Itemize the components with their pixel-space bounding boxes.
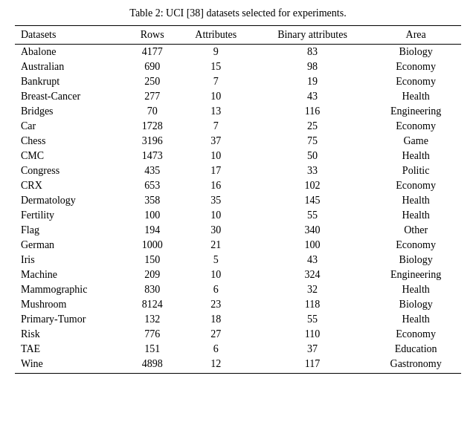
table-row: TAE151637Education — [15, 342, 461, 357]
cell-r9-c2: 16 — [178, 178, 254, 193]
cell-r5-c1: 1728 — [127, 119, 178, 134]
cell-r20-c4: Education — [370, 342, 461, 357]
cell-r6-c4: Game — [370, 134, 461, 149]
cell-r16-c0: Mammographic — [15, 282, 127, 297]
cell-r16-c3: 32 — [254, 282, 371, 297]
cell-r7-c0: CMC — [15, 149, 127, 163]
cell-r5-c3: 25 — [254, 119, 371, 134]
cell-r16-c4: Health — [370, 282, 461, 297]
cell-r6-c0: Chess — [15, 134, 127, 149]
data-table: DatasetsRowsAttributesBinary attributesA… — [15, 25, 461, 373]
cell-r2-c2: 7 — [178, 74, 254, 89]
cell-r14-c1: 150 — [127, 253, 178, 267]
cell-r13-c2: 21 — [178, 238, 254, 253]
cell-r8-c2: 17 — [178, 163, 254, 178]
cell-r21-c1: 4898 — [127, 357, 178, 373]
cell-r9-c0: CRX — [15, 178, 127, 193]
cell-r19-c2: 27 — [178, 327, 254, 342]
cell-r15-c4: Engineering — [370, 267, 461, 282]
cell-r15-c0: Machine — [15, 267, 127, 282]
table-row: Bridges7013116Engineering — [15, 104, 461, 119]
cell-r7-c4: Health — [370, 149, 461, 163]
cell-r14-c0: Iris — [15, 253, 127, 267]
table-row: Mushroom812423118Biology — [15, 297, 461, 312]
cell-r13-c3: 100 — [254, 238, 371, 253]
table-row: Flag19430340Other — [15, 223, 461, 238]
table-row: Dermatology35835145Health — [15, 193, 461, 208]
cell-r10-c3: 145 — [254, 193, 371, 208]
cell-r20-c0: TAE — [15, 342, 127, 357]
cell-r21-c3: 117 — [254, 357, 371, 373]
cell-r8-c0: Congress — [15, 163, 127, 178]
cell-r20-c2: 6 — [178, 342, 254, 357]
cell-r7-c2: 10 — [178, 149, 254, 163]
col-header-area: Area — [370, 26, 461, 45]
cell-r4-c4: Engineering — [370, 104, 461, 119]
table-row: Abalone4177983Biology — [15, 45, 461, 60]
cell-r19-c1: 776 — [127, 327, 178, 342]
cell-r7-c3: 50 — [254, 149, 371, 163]
cell-r4-c3: 116 — [254, 104, 371, 119]
cell-r4-c0: Bridges — [15, 104, 127, 119]
cell-r13-c1: 1000 — [127, 238, 178, 253]
cell-r3-c2: 10 — [178, 89, 254, 104]
cell-r0-c0: Abalone — [15, 45, 127, 60]
table-row: Breast-Cancer2771043Health — [15, 89, 461, 104]
cell-r10-c1: 358 — [127, 193, 178, 208]
cell-r3-c3: 43 — [254, 89, 371, 104]
cell-r0-c3: 83 — [254, 45, 371, 60]
cell-r18-c3: 55 — [254, 312, 371, 327]
cell-r11-c0: Fertility — [15, 208, 127, 223]
cell-r18-c4: Health — [370, 312, 461, 327]
cell-r16-c1: 830 — [127, 282, 178, 297]
cell-r12-c0: Flag — [15, 223, 127, 238]
cell-r9-c3: 102 — [254, 178, 371, 193]
cell-r12-c1: 194 — [127, 223, 178, 238]
cell-r5-c2: 7 — [178, 119, 254, 134]
cell-r10-c2: 35 — [178, 193, 254, 208]
cell-r19-c0: Risk — [15, 327, 127, 342]
cell-r10-c4: Health — [370, 193, 461, 208]
cell-r1-c3: 98 — [254, 59, 371, 74]
cell-r14-c4: Biology — [370, 253, 461, 267]
table-row: CRX65316102Economy — [15, 178, 461, 193]
cell-r11-c3: 55 — [254, 208, 371, 223]
cell-r18-c1: 132 — [127, 312, 178, 327]
cell-r21-c0: Wine — [15, 357, 127, 373]
cell-r20-c1: 151 — [127, 342, 178, 357]
table-row: Bankrupt250719Economy — [15, 74, 461, 89]
cell-r2-c4: Economy — [370, 74, 461, 89]
cell-r1-c2: 15 — [178, 59, 254, 74]
cell-r0-c1: 4177 — [127, 45, 178, 60]
table-row: Mammographic830632Health — [15, 282, 461, 297]
cell-r6-c3: 75 — [254, 134, 371, 149]
cell-r18-c0: Primary-Tumor — [15, 312, 127, 327]
cell-r2-c3: 19 — [254, 74, 371, 89]
cell-r6-c1: 3196 — [127, 134, 178, 149]
table-row: Wine489812117Gastronomy — [15, 357, 461, 373]
table-row: Congress4351733Politic — [15, 163, 461, 178]
cell-r17-c0: Mushroom — [15, 297, 127, 312]
cell-r19-c3: 110 — [254, 327, 371, 342]
cell-r20-c3: 37 — [254, 342, 371, 357]
cell-r21-c4: Gastronomy — [370, 357, 461, 373]
cell-r6-c2: 37 — [178, 134, 254, 149]
table-row: Risk77627110Economy — [15, 327, 461, 342]
table-row: Fertility1001055Health — [15, 208, 461, 223]
table-row: Australian6901598Economy — [15, 59, 461, 74]
table-row: Iris150543Biology — [15, 253, 461, 267]
cell-r19-c4: Economy — [370, 327, 461, 342]
cell-r21-c2: 12 — [178, 357, 254, 373]
cell-r3-c1: 277 — [127, 89, 178, 104]
cell-r4-c1: 70 — [127, 104, 178, 119]
cell-r1-c0: Australian — [15, 59, 127, 74]
cell-r15-c1: 209 — [127, 267, 178, 282]
cell-r7-c1: 1473 — [127, 149, 178, 163]
cell-r16-c2: 6 — [178, 282, 254, 297]
col-header-attributes: Attributes — [178, 26, 254, 45]
cell-r8-c4: Politic — [370, 163, 461, 178]
cell-r1-c4: Economy — [370, 59, 461, 74]
cell-r0-c4: Biology — [370, 45, 461, 60]
cell-r18-c2: 18 — [178, 312, 254, 327]
cell-r17-c1: 8124 — [127, 297, 178, 312]
